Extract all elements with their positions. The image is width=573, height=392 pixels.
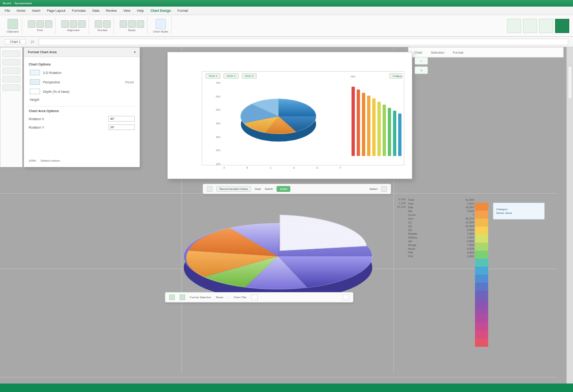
tp-footer-text: Default rotation [41,159,60,162]
nav-item-3[interactable] [2,67,20,74]
legend-box[interactable]: Category Series name [493,203,545,220]
color-swatch[interactable] [475,259,488,267]
opt-swatch-1[interactable] [30,70,40,75]
color-swatch[interactable] [475,227,488,235]
menu-help[interactable]: Help [137,9,144,12]
style-pill-3[interactable]: Style 3 [242,73,257,79]
menu-insert[interactable]: Insert [32,9,41,12]
color-swatch[interactable] [475,219,488,227]
table-icon[interactable] [128,20,136,28]
color-swatch[interactable] [475,323,488,331]
nav-item-1[interactable] [2,50,20,57]
color-swatch[interactable] [475,307,488,315]
scrollbar-thumb[interactable] [568,66,572,99]
bold-icon[interactable] [28,20,35,28]
mini-toolbar-item-1[interactable]: Format Selection [190,296,211,299]
underline-icon[interactable] [45,20,52,28]
nav-item-4[interactable] [2,76,20,82]
chart-elements-button[interactable]: + [415,57,428,65]
actionbar-end-icon[interactable] [381,186,387,192]
stat-label: Count [408,213,416,216]
opt-4[interactable]: Height [30,98,39,101]
chart-preview-window[interactable]: + ✎ Style 1 Style 2 Style 3 Color 70% 60… [167,52,412,179]
color-swatch[interactable] [475,251,488,259]
mini-toolbar-dropdown-2[interactable] [343,294,349,300]
opt-3[interactable]: Depth (% of base) [43,90,69,93]
color-swatch[interactable] [475,243,488,251]
color-swatch[interactable] [475,291,488,299]
ribbon-tile-3[interactable] [539,19,553,33]
opt-2[interactable]: Perspective [43,81,60,84]
cond-format-icon[interactable] [120,20,127,28]
ribbon-tile-accent[interactable] [555,19,569,33]
color-swatch[interactable] [475,267,488,275]
ribbon-tile-2[interactable] [523,19,537,33]
ctx-tab-chart[interactable]: Chart [414,51,422,54]
percent-icon[interactable] [103,20,111,28]
stat-value: 6,000 [467,247,474,250]
ctx-tab-selection[interactable]: Selection [431,51,444,54]
ribbon-tile-1[interactable] [507,19,521,33]
actionbar-recommended[interactable]: Recommended Charts [216,186,251,192]
currency-icon[interactable] [95,20,102,28]
actionbar-switch[interactable]: Switch [265,188,273,190]
menu-chart-design[interactable]: Chart Design [150,9,171,12]
menu-page-layout[interactable]: Page Layout [47,9,65,12]
italic-icon[interactable] [36,20,44,28]
menu-home[interactable]: Home [16,9,25,12]
actionbar-data[interactable]: Data [255,188,261,190]
style-pill-1[interactable]: Style 1 [205,73,221,79]
color-swatch[interactable] [475,235,488,243]
chart-styles-button[interactable]: ✎ [415,66,428,74]
style-pill-2[interactable]: Style 2 [223,73,238,79]
actionbar-icon[interactable] [207,186,213,192]
actionbar-insert[interactable]: Insert [277,186,290,192]
row2-input[interactable] [108,124,135,130]
color-swatch[interactable] [475,283,488,291]
align-right-icon[interactable] [78,20,86,28]
chart-style-icon[interactable] [156,19,166,29]
bar [372,98,376,156]
align-left-icon[interactable] [61,20,69,28]
menu-format[interactable]: Format [178,9,188,12]
name-box[interactable]: Chart 1 [5,39,26,44]
nav-item-5[interactable] [2,84,20,91]
align-center-icon[interactable] [70,20,77,28]
vertical-scrollbar[interactable] [566,47,573,392]
color-swatch[interactable] [475,299,488,307]
preview-pie-chart[interactable] [234,90,323,151]
paste-icon[interactable] [8,19,18,29]
actionbar-select[interactable]: Select [369,188,377,190]
mini-toolbar-dropdown-1[interactable] [251,294,258,300]
mini-toolbar-item-3[interactable]: Chart Title [234,296,246,299]
taskpane-section1: Chart Options [29,63,135,66]
formula-input[interactable] [39,39,568,45]
mini-toolbar-item-2[interactable]: Reset [216,296,223,299]
opt-reset[interactable]: Reset [125,81,134,84]
menu-review[interactable]: Review [106,9,117,12]
menu-data[interactable]: Data [92,9,99,12]
color-swatch[interactable] [475,275,488,283]
color-swatch[interactable] [475,331,488,339]
fx-icon[interactable]: ƒx [31,40,34,43]
menu-view[interactable]: View [123,9,131,12]
color-swatch[interactable] [475,203,488,211]
taskpane-close-icon[interactable]: × [134,50,136,54]
mini-toolbar-icon-2[interactable] [180,294,185,300]
preview-bar-chart[interactable] [351,81,402,156]
color-swatch[interactable] [475,315,488,323]
menu-formulas[interactable]: Formulas [72,9,86,12]
color-swatch[interactable] [475,211,488,219]
color-swatch[interactable] [475,339,488,347]
ribbon-group-number: Number [92,17,114,34]
opt-swatch-2[interactable] [30,79,40,85]
menu-file[interactable]: File [5,9,10,12]
nav-item-2[interactable] [2,59,20,65]
opt-swatch-3[interactable] [30,89,40,94]
opt-1[interactable]: 3-D Rotation [43,71,61,74]
row1-input[interactable] [108,116,135,122]
mini-toolbar-icon-1[interactable] [169,294,175,300]
cell-styles-icon[interactable] [137,20,144,28]
worksheet-canvas[interactable]: Chart Selection Format Format Chart Area… [0,47,573,392]
ctx-tab-format[interactable]: Format [453,51,463,54]
